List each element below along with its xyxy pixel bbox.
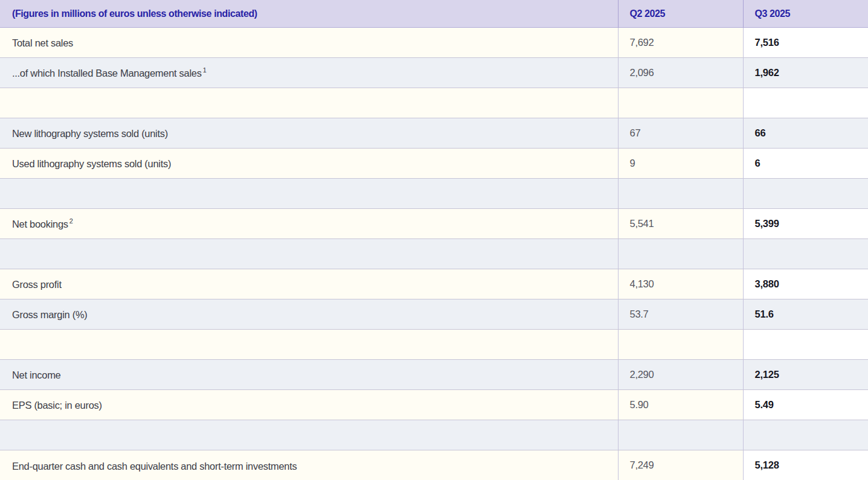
table-caption: (Figures in millions of euros unless oth…: [0, 0, 618, 28]
table-row: ...of which Installed Base Management sa…: [0, 58, 868, 88]
q2-value: 53.7: [618, 299, 743, 330]
q3-value: [743, 179, 868, 209]
q2-value: [618, 420, 743, 450]
table-row: Gross profit 4,130 3,880: [0, 269, 868, 299]
q3-value: 2,125: [743, 360, 868, 390]
row-label: Total net sales: [0, 28, 618, 58]
table-row: Net bookings2 5,541 5,399: [0, 209, 868, 239]
spacer-row: [0, 420, 868, 450]
column-header-q3-2025: Q3 2025: [743, 0, 868, 28]
q3-value: 5,399: [743, 209, 868, 239]
q3-value: [743, 239, 868, 269]
row-label: [0, 239, 618, 269]
column-header-q2-2025: Q2 2025: [618, 0, 743, 28]
q3-value: 5,128: [743, 450, 868, 480]
spacer-row: [0, 239, 868, 269]
row-label: ...of which Installed Base Management sa…: [0, 58, 618, 88]
table-row: Net income 2,290 2,125: [0, 360, 868, 390]
q2-value: [618, 330, 743, 360]
q2-value: 2,290: [618, 360, 743, 390]
q3-value: 51.6: [743, 299, 868, 330]
q2-value: [618, 239, 743, 269]
row-label: [0, 420, 618, 450]
row-label: [0, 88, 618, 118]
q2-value: 5.90: [618, 390, 743, 420]
q2-value: 9: [618, 149, 743, 179]
q3-value: [743, 330, 868, 360]
table-row: Total net sales 7,692 7,516: [0, 28, 868, 58]
q2-value: 7,249: [618, 450, 743, 480]
spacer-row: [0, 330, 868, 360]
row-label: Net bookings2: [0, 209, 618, 239]
spacer-row: [0, 88, 868, 118]
q3-value: 6: [743, 149, 868, 179]
q2-value: [618, 179, 743, 209]
q3-value: 3,880: [743, 269, 868, 299]
footnote-marker: 2: [69, 217, 73, 225]
table-body: Total net sales 7,692 7,516 ...of which …: [0, 28, 868, 480]
q3-value: [743, 420, 868, 450]
table-row: End-quarter cash and cash equivalents an…: [0, 450, 868, 480]
q2-value: [618, 88, 743, 118]
row-label: [0, 179, 618, 209]
financial-summary-table: (Figures in millions of euros unless oth…: [0, 0, 868, 480]
row-label: New lithography systems sold (units): [0, 118, 618, 149]
table-row: Used lithography systems sold (units) 9 …: [0, 149, 868, 179]
q3-value: [743, 88, 868, 118]
row-label: [0, 330, 618, 360]
table-row: Gross margin (%) 53.7 51.6: [0, 299, 868, 330]
q2-value: 7,692: [618, 28, 743, 58]
q2-value: 4,130: [618, 269, 743, 299]
row-label: Net income: [0, 360, 618, 390]
q2-value: 2,096: [618, 58, 743, 88]
q3-value: 1,962: [743, 58, 868, 88]
row-label: Gross profit: [0, 269, 618, 299]
table-row: EPS (basic; in euros) 5.90 5.49: [0, 390, 868, 420]
footnote-marker: 1: [203, 66, 207, 74]
spacer-row: [0, 179, 868, 209]
q3-value: 5.49: [743, 390, 868, 420]
row-label: EPS (basic; in euros): [0, 390, 618, 420]
row-label: End-quarter cash and cash equivalents an…: [0, 450, 618, 480]
table-row: New lithography systems sold (units) 67 …: [0, 118, 868, 149]
row-label: Used lithography systems sold (units): [0, 149, 618, 179]
q3-value: 66: [743, 118, 868, 149]
q2-value: 67: [618, 118, 743, 149]
table-header-row: (Figures in millions of euros unless oth…: [0, 0, 868, 28]
row-label: Gross margin (%): [0, 299, 618, 330]
q3-value: 7,516: [743, 28, 868, 58]
q2-value: 5,541: [618, 209, 743, 239]
